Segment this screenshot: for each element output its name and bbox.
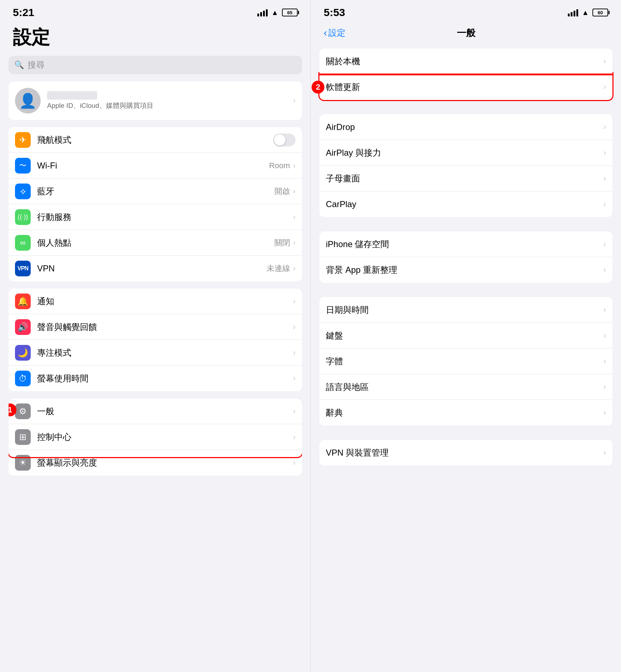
airdrop-label: AirDrop xyxy=(326,122,604,132)
right-item-bgapp[interactable]: 背景 App 重新整理 › xyxy=(319,257,612,283)
settings-item-wifi[interactable]: 〜 Wi-Fi Room › xyxy=(9,153,302,179)
notifications-label: 通知 xyxy=(37,296,293,307)
datetime-chevron: › xyxy=(604,305,606,315)
wifi-icon-item: 〜 xyxy=(15,158,31,174)
vpn-icon: VPN xyxy=(15,261,31,276)
general-label: 一般 xyxy=(37,406,293,417)
wifi-value: Room xyxy=(269,161,290,170)
time-right: 5:53 xyxy=(324,6,345,19)
general-icon: ⚙ xyxy=(15,403,31,419)
vpndevice-label: VPN 與裝置管理 xyxy=(326,447,604,458)
dictionary-label: 辭典 xyxy=(326,407,604,418)
notifications-chevron: › xyxy=(293,297,296,306)
display-label: 螢幕顯示與亮度 xyxy=(37,457,293,468)
right-item-carplay[interactable]: CarPlay › xyxy=(319,191,612,217)
pip-chevron: › xyxy=(604,174,606,183)
vpndevice-chevron: › xyxy=(604,448,606,457)
avatar: 👤 xyxy=(15,88,41,114)
vpn-chevron: › xyxy=(293,264,296,273)
keyboard-chevron: › xyxy=(604,331,606,340)
fonts-chevron: › xyxy=(604,357,606,366)
controlcenter-icon: ⊞ xyxy=(15,429,31,445)
profile-sub: Apple ID、iCloud、媒體與購買項目 xyxy=(47,101,287,110)
settings-item-airplane[interactable]: ✈ 飛航模式 xyxy=(9,127,302,153)
battery-right: 60 xyxy=(592,9,608,16)
wifi-icon-right: ▲ xyxy=(582,9,589,17)
wifi-chevron: › xyxy=(293,161,296,170)
profile-info: Apple ID、iCloud、媒體與購買項目 xyxy=(47,91,287,110)
right-item-dictionary[interactable]: 辭典 › xyxy=(319,400,612,426)
bgapp-chevron: › xyxy=(604,265,606,275)
connectivity-section: ✈ 飛航模式 〜 Wi-Fi Room › ⟡ 藍牙 開啟 › ((·)) 行動… xyxy=(9,127,302,281)
bgapp-label: 背景 App 重新整理 xyxy=(326,264,604,276)
right-item-fonts[interactable]: 字體 › xyxy=(319,348,612,374)
datetime-section: 日期與時間 › 鍵盤 › 字體 › 語言與地區 › 辭典 › xyxy=(319,297,612,426)
nav-bar-right: ‹ 設定 一般 xyxy=(311,21,621,43)
nav-back-label: 設定 xyxy=(328,27,345,39)
storage-label: iPhone 儲存空間 xyxy=(326,239,604,250)
phone-right: 5:53 ▲ 60 ‹ 設定 一般 關於本機 › 2 軟體更新 xyxy=(310,0,621,672)
right-item-about[interactable]: 關於本機 › xyxy=(319,49,612,74)
settings-item-controlcenter[interactable]: ⊞ 控制中心 › xyxy=(9,424,302,450)
language-label: 語言與地區 xyxy=(326,381,604,393)
screentime-label: 螢幕使用時間 xyxy=(37,373,293,384)
hotspot-icon: ∞ xyxy=(15,235,31,251)
sounds-chevron: › xyxy=(293,322,296,332)
settings-item-vpn[interactable]: VPN VPN 未連線 › xyxy=(9,256,302,281)
settings-item-focus[interactable]: 🌙 專注模式 › xyxy=(9,340,302,366)
right-item-vpndevice[interactable]: VPN 與裝置管理 › xyxy=(319,440,612,466)
status-bar-right: 5:53 ▲ 60 xyxy=(311,0,621,21)
screentime-chevron: › xyxy=(293,374,296,383)
right-item-language[interactable]: 語言與地區 › xyxy=(319,374,612,400)
page-title-left: 設定 xyxy=(0,21,310,56)
wifi-icon-left: ▲ xyxy=(271,9,278,17)
battery-left: 65 xyxy=(282,9,298,16)
right-item-storage[interactable]: iPhone 儲存空間 › xyxy=(319,231,612,257)
controlcenter-chevron: › xyxy=(293,432,296,442)
storage-section: iPhone 儲存空間 › 背景 App 重新整理 › xyxy=(319,231,612,283)
airplane-toggle[interactable] xyxy=(273,134,296,146)
right-item-keyboard[interactable]: 鍵盤 › xyxy=(319,323,612,348)
settings-item-display[interactable]: ☀ 螢幕顯示與亮度 › xyxy=(9,450,302,476)
settings-item-screentime[interactable]: ⏱ 螢幕使用時間 › xyxy=(9,366,302,391)
display-icon: ☀ xyxy=(15,455,31,471)
right-item-pip[interactable]: 子母畫面 › xyxy=(319,166,612,191)
wifi-label: Wi-Fi xyxy=(37,161,269,171)
profile-chevron: › xyxy=(293,96,296,105)
settings-item-general[interactable]: ⚙ 一般 › xyxy=(9,398,302,424)
cellular-icon: ((·)) xyxy=(15,209,31,225)
settings-item-notifications[interactable]: 🔔 通知 › xyxy=(9,289,302,314)
general-section: 1 ⚙ 一般 › ⊞ 控制中心 › ☀ 螢幕顯示與亮度 › xyxy=(9,398,302,476)
right-item-airplay[interactable]: AirPlay 與接力 › xyxy=(319,140,612,166)
search-bar[interactable]: 🔍 搜尋 xyxy=(9,56,302,74)
right-item-datetime[interactable]: 日期與時間 › xyxy=(319,297,612,323)
settings-item-cellular[interactable]: ((·)) 行動服務 › xyxy=(9,204,302,230)
back-chevron-icon: ‹ xyxy=(324,27,327,39)
nav-title-right: 一般 xyxy=(457,27,475,39)
settings-item-bluetooth[interactable]: ⟡ 藍牙 開啟 › xyxy=(9,179,302,204)
avatar-icon: 👤 xyxy=(19,92,37,109)
datetime-label: 日期與時間 xyxy=(326,304,604,316)
screentime-icon: ⏱ xyxy=(15,371,31,386)
right-item-airdrop[interactable]: AirDrop › xyxy=(319,114,612,140)
profile-name xyxy=(47,91,97,100)
about-section: 關於本機 › 2 軟體更新 › xyxy=(319,49,612,100)
fonts-label: 字體 xyxy=(326,356,604,367)
status-bar-left: 5:21 ▲ 65 xyxy=(0,0,310,21)
focus-icon: 🌙 xyxy=(15,345,31,361)
focus-label: 專注模式 xyxy=(37,347,293,358)
cellular-chevron: › xyxy=(293,212,296,222)
hotspot-value: 關閉 xyxy=(274,237,290,248)
airdrop-section: AirDrop › AirPlay 與接力 › 子母畫面 › CarPlay › xyxy=(319,114,612,217)
settings-item-hotspot[interactable]: ∞ 個人熱點 關閉 › xyxy=(9,230,302,256)
settings-item-sounds[interactable]: 🔊 聲音與觸覺回饋 › xyxy=(9,314,302,340)
notifications-section: 🔔 通知 › 🔊 聲音與觸覺回饋 › 🌙 專注模式 › ⏱ 螢幕使用時間 › xyxy=(9,289,302,391)
bluetooth-label: 藍牙 xyxy=(37,186,274,197)
profile-section[interactable]: 👤 Apple ID、iCloud、媒體與購買項目 › xyxy=(9,81,302,120)
carplay-chevron: › xyxy=(604,200,606,209)
nav-back-button[interactable]: ‹ 設定 xyxy=(324,27,345,39)
language-chevron: › xyxy=(604,382,606,392)
right-item-softwareupdate[interactable]: 2 軟體更新 › xyxy=(319,74,612,100)
search-icon: 🔍 xyxy=(14,60,24,70)
about-chevron: › xyxy=(604,57,606,66)
